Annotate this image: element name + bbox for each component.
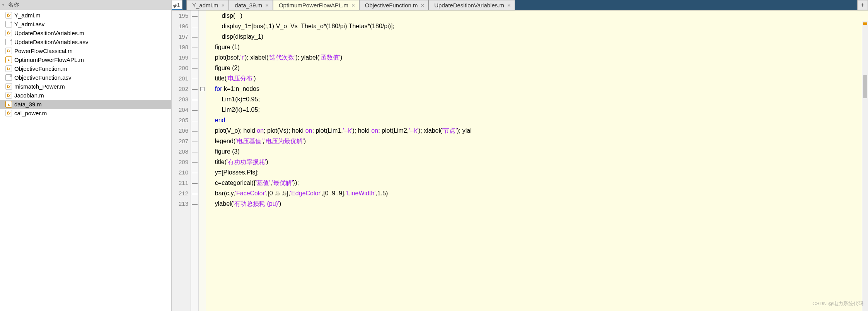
vertical-scrollbar[interactable] bbox=[862, 21, 868, 311]
line-dash: — bbox=[191, 52, 198, 63]
close-icon[interactable]: × bbox=[507, 2, 511, 9]
file-row[interactable]: fxmismatch_Power.m bbox=[0, 82, 171, 91]
fold-cell bbox=[199, 188, 206, 198]
tab-overflow-button[interactable]: +1 bbox=[172, 0, 182, 10]
code-line[interactable]: legend('电压基值','电压为最优解') bbox=[208, 136, 868, 146]
fold-gutter[interactable]: − bbox=[199, 10, 206, 311]
code-line[interactable]: plot(bsof,'r'); xlabel('迭代次数'); ylabel('… bbox=[208, 52, 868, 63]
line-number: 210 bbox=[172, 167, 191, 178]
code-line[interactable]: figure (2) bbox=[208, 63, 868, 73]
file-name-label: ObjectiveFunction.asv bbox=[14, 74, 72, 81]
function-file-icon: fx bbox=[5, 92, 12, 99]
scrollbar-thumb[interactable] bbox=[863, 75, 867, 98]
line-dash: — bbox=[191, 104, 198, 115]
function-file-icon: fx bbox=[5, 48, 12, 54]
file-row[interactable]: fxObjectiveFunction.m bbox=[0, 64, 171, 73]
file-row[interactable]: UpdateDesitionVariables.asv bbox=[0, 38, 171, 46]
code-line[interactable]: disp(display_1) bbox=[208, 31, 868, 42]
code-line[interactable]: disp( ) bbox=[208, 10, 868, 21]
line-dash: — bbox=[191, 42, 198, 52]
file-name-label: OptimumPowerFlowAPL.m bbox=[14, 56, 84, 63]
tab-label: OptimumPowerFlowAPL.m bbox=[279, 2, 348, 9]
column-header-name[interactable]: 名称 bbox=[8, 2, 19, 9]
line-dash: — bbox=[191, 115, 198, 125]
code-area[interactable]: disp( ) display_1=[bus(:,1) V_o Vs Theta… bbox=[206, 10, 868, 311]
document-file-icon bbox=[5, 39, 12, 45]
tab-label: Y_admi.m bbox=[192, 2, 218, 9]
line-dash: — bbox=[191, 63, 198, 73]
file-name-label: data_39.m bbox=[14, 101, 42, 108]
fold-cell bbox=[199, 42, 206, 52]
editor-tab[interactable]: data_39.m× bbox=[229, 0, 273, 10]
file-row[interactable]: fxJacobian.m bbox=[0, 91, 171, 100]
matlab-file-icon: ▲ bbox=[5, 101, 12, 108]
editor-tab[interactable]: OptimumPowerFlowAPL.m× bbox=[273, 0, 359, 10]
line-number: 208 bbox=[172, 146, 191, 157]
line-number: 202 bbox=[172, 84, 191, 94]
fold-cell bbox=[199, 94, 206, 104]
fold-cell bbox=[199, 167, 206, 178]
code-line[interactable]: title('有功功率损耗') bbox=[208, 157, 868, 167]
fold-cell: − bbox=[199, 84, 206, 94]
close-icon[interactable]: × bbox=[351, 2, 355, 9]
breakpoint-gutter[interactable]: ——————————————————— bbox=[191, 10, 199, 311]
file-row[interactable]: fxY_admi.m bbox=[0, 11, 171, 20]
line-number: 211 bbox=[172, 178, 191, 188]
file-row[interactable]: ▲OptimumPowerFlowAPL.m bbox=[0, 55, 171, 64]
code-line[interactable]: c=categorical({'基值','最优解'}); bbox=[208, 178, 868, 188]
file-row[interactable]: ObjectiveFunction.asv bbox=[0, 73, 171, 82]
close-icon[interactable]: × bbox=[265, 2, 269, 9]
line-number: 205 bbox=[172, 115, 191, 125]
file-row[interactable]: fxPowerFlowClassical.m bbox=[0, 46, 171, 55]
code-line[interactable]: Lim2(k)=1.05; bbox=[208, 104, 868, 115]
fold-cell bbox=[199, 157, 206, 167]
fold-cell bbox=[199, 178, 206, 188]
add-tab-button[interactable]: + bbox=[857, 0, 868, 10]
code-line[interactable]: ylabel('有功总损耗 (pu)') bbox=[208, 198, 868, 209]
code-line[interactable]: for k=1:n_nodos bbox=[208, 84, 868, 94]
fold-cell bbox=[199, 73, 206, 84]
file-name-label: UpdateDesitionVariables.asv bbox=[14, 39, 89, 45]
line-number: 206 bbox=[172, 125, 191, 136]
file-browser-panel: ▿ 名称 fxY_admi.mY_admi.asvfxUpdateDesitio… bbox=[0, 0, 172, 311]
file-name-label: cal_power.m bbox=[14, 110, 47, 116]
file-row[interactable]: fxcal_power.m bbox=[0, 109, 171, 118]
fold-cell bbox=[199, 198, 206, 209]
line-number: 198 bbox=[172, 42, 191, 52]
close-icon[interactable]: × bbox=[222, 2, 225, 9]
line-number: 203 bbox=[172, 94, 191, 104]
code-line[interactable]: figure (1) bbox=[208, 42, 868, 52]
editor-tab[interactable]: Y_admi.m× bbox=[186, 0, 229, 10]
fold-cell bbox=[199, 52, 206, 63]
code-line[interactable]: figure (3) bbox=[208, 146, 868, 157]
code-line[interactable]: end bbox=[208, 115, 868, 125]
editor-panel: +1 Y_admi.m×data_39.m×OptimumPowerFlowAP… bbox=[172, 0, 868, 311]
fold-cell bbox=[199, 146, 206, 157]
file-row[interactable]: Y_admi.asv bbox=[0, 20, 171, 29]
code-line[interactable]: y=[Plosses,Pls]; bbox=[208, 167, 868, 178]
code-line[interactable]: bar(c,y,'FaceColor',[0 .5 .5],'EdgeColor… bbox=[208, 188, 868, 198]
code-line[interactable]: display_1=[bus(:,1) V_o Vs Theta_o*(180/… bbox=[208, 21, 868, 31]
line-dash: — bbox=[191, 188, 198, 198]
file-row[interactable]: fxUpdateDesitionVariables.m bbox=[0, 29, 171, 38]
matlab-file-icon: ▲ bbox=[5, 56, 12, 63]
line-number: 197 bbox=[172, 31, 191, 42]
line-dash: — bbox=[191, 21, 198, 31]
file-list: fxY_admi.mY_admi.asvfxUpdateDesitionVari… bbox=[0, 10, 171, 311]
function-file-icon: fx bbox=[5, 30, 12, 36]
close-icon[interactable]: × bbox=[421, 2, 425, 9]
file-browser-header[interactable]: ▿ 名称 bbox=[0, 0, 171, 10]
editor-tab[interactable]: ObjectiveFunction.m× bbox=[359, 0, 429, 10]
line-number: 207 bbox=[172, 136, 191, 146]
code-line[interactable]: title('电压分布') bbox=[208, 73, 868, 84]
tab-label: ObjectiveFunction.m bbox=[365, 2, 418, 9]
fold-toggle-icon[interactable]: − bbox=[200, 87, 205, 91]
file-row[interactable]: ▲data_39.m bbox=[0, 100, 171, 109]
code-line[interactable]: plot(V_o); hold on; plot(Vs); hold on; p… bbox=[208, 125, 868, 136]
fold-cell bbox=[199, 115, 206, 125]
editor-tab[interactable]: UpdateDesitionVariables.m× bbox=[428, 0, 515, 10]
document-file-icon bbox=[5, 74, 12, 81]
line-dash: — bbox=[191, 136, 198, 146]
function-file-icon: fx bbox=[5, 12, 12, 19]
code-line[interactable]: Lim1(k)=0.95; bbox=[208, 94, 868, 104]
